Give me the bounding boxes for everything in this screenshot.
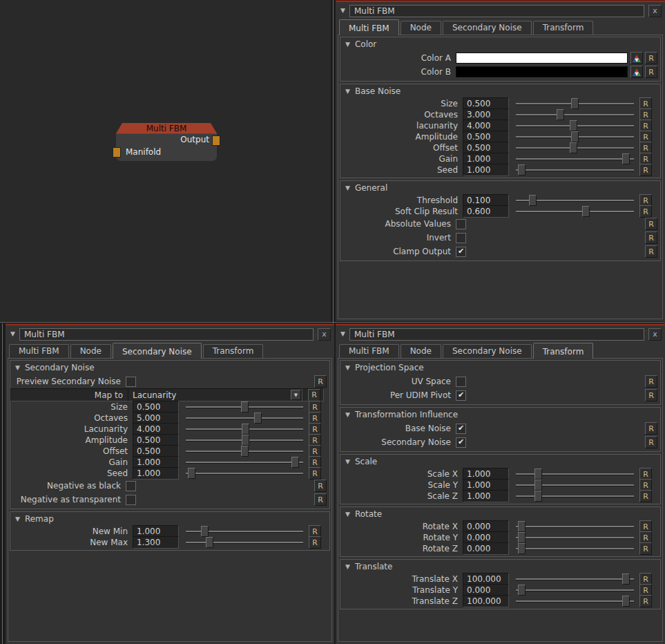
reset-button[interactable]: R xyxy=(645,436,657,448)
slider-handle[interactable] xyxy=(534,491,542,502)
slider-handle[interactable] xyxy=(254,413,262,424)
reset-button[interactable]: R xyxy=(645,52,657,64)
gain-slider[interactable] xyxy=(186,457,303,468)
rotate-z-slider[interactable] xyxy=(516,543,634,554)
panel-title-field[interactable]: Multi FBM xyxy=(19,328,314,341)
slider-handle[interactable] xyxy=(241,446,249,457)
tab-multi-fbm[interactable]: Multi FBM xyxy=(339,344,399,358)
soft-clip-result-slider[interactable] xyxy=(516,206,634,217)
reset-button[interactable]: R xyxy=(639,205,652,218)
slider-handle[interactable] xyxy=(570,120,577,131)
slider-handle[interactable] xyxy=(582,206,590,217)
reset-button[interactable]: R xyxy=(645,66,657,78)
slider-handle[interactable] xyxy=(622,153,630,164)
reset-button[interactable]: R xyxy=(308,389,320,401)
new-max-slider[interactable] xyxy=(186,537,303,548)
tab-secondary-noise[interactable]: Secondary Noise xyxy=(443,344,532,358)
slider-handle[interactable] xyxy=(534,468,542,480)
slider-handle[interactable] xyxy=(571,131,579,142)
offset-slider[interactable] xyxy=(516,142,634,153)
reset-button[interactable]: R xyxy=(645,218,657,230)
seed-slider[interactable] xyxy=(186,468,303,479)
tab-transform[interactable]: Transform xyxy=(533,343,594,359)
collapse-arrow-icon[interactable]: ▼ xyxy=(10,331,15,337)
section-collapse-icon[interactable]: ▼ xyxy=(345,365,350,371)
slider-handle[interactable] xyxy=(571,98,579,109)
reset-button[interactable]: R xyxy=(639,490,652,502)
reset-button[interactable]: R xyxy=(639,595,652,607)
section-collapse-icon[interactable]: ▼ xyxy=(15,365,20,371)
reset-button[interactable]: R xyxy=(309,536,321,549)
reset-button[interactable]: R xyxy=(645,389,657,401)
color-b-swatch[interactable] xyxy=(456,66,628,77)
slider-handle[interactable] xyxy=(534,480,542,491)
new-min-slider[interactable] xyxy=(186,526,303,537)
scale-x-slider[interactable] xyxy=(516,468,634,480)
slider-handle[interactable] xyxy=(518,532,526,543)
map-to-dropdown[interactable]: Lacunarity▼ xyxy=(128,388,302,401)
seed-input[interactable]: 1.000 xyxy=(133,467,179,480)
node-title[interactable]: Multi FBM xyxy=(116,123,217,133)
tab-secondary-noise[interactable]: Secondary Noise xyxy=(443,21,532,35)
translate-y-slider[interactable] xyxy=(516,585,634,596)
section-collapse-icon[interactable]: ▼ xyxy=(345,459,350,465)
offset-slider[interactable] xyxy=(186,446,303,457)
node-graph-canvas[interactable]: Multi FBM Output Manifold xyxy=(0,0,331,322)
slider-handle[interactable] xyxy=(291,457,299,468)
slider-handle[interactable] xyxy=(188,468,195,479)
reset-button[interactable]: R xyxy=(645,375,657,388)
size-slider[interactable] xyxy=(516,98,634,109)
section-collapse-icon[interactable]: ▼ xyxy=(15,516,20,522)
slider-handle[interactable] xyxy=(529,195,537,206)
color-picker-button[interactable] xyxy=(630,52,643,64)
left-edge-splitter[interactable] xyxy=(2,323,3,644)
rotate-z-input[interactable]: 0.000 xyxy=(463,542,509,555)
panel-title-field[interactable]: Multi FBM xyxy=(349,5,644,17)
rotate-y-slider[interactable] xyxy=(516,532,634,543)
tab-transform[interactable]: Transform xyxy=(533,21,594,35)
base-noise-checkbox[interactable]: ✔ xyxy=(456,424,466,434)
slider-handle[interactable] xyxy=(518,164,526,176)
section-collapse-icon[interactable]: ▼ xyxy=(345,412,350,418)
amplitude-slider[interactable] xyxy=(186,435,303,446)
slider-handle[interactable] xyxy=(622,574,630,585)
section-collapse-icon[interactable]: ▼ xyxy=(345,88,350,95)
lacunarity-slider[interactable] xyxy=(186,424,303,435)
preview-secondary-noise-checkbox[interactable] xyxy=(126,377,136,387)
seed-input[interactable]: 1.000 xyxy=(463,164,509,176)
reset-button[interactable]: R xyxy=(645,231,657,244)
color-picker-button[interactable] xyxy=(630,66,643,78)
octaves-slider[interactable] xyxy=(186,413,303,424)
octaves-slider[interactable] xyxy=(516,109,634,120)
slider-handle[interactable] xyxy=(570,142,577,153)
dropdown-arrow-icon[interactable]: ▼ xyxy=(291,390,301,400)
gain-slider[interactable] xyxy=(516,153,634,164)
slider-handle[interactable] xyxy=(206,537,213,548)
reset-button[interactable]: R xyxy=(309,467,321,480)
slider-handle[interactable] xyxy=(518,543,526,554)
tab-node[interactable]: Node xyxy=(401,344,441,358)
slider-handle[interactable] xyxy=(242,435,249,446)
lacunarity-slider[interactable] xyxy=(516,120,634,131)
slider-handle[interactable] xyxy=(622,596,630,607)
section-collapse-icon[interactable]: ▼ xyxy=(345,511,350,518)
per-udim-pivot-checkbox[interactable]: ✔ xyxy=(456,390,466,401)
slider-handle[interactable] xyxy=(241,401,249,413)
size-slider[interactable] xyxy=(186,401,303,413)
node-multi-fbm[interactable]: Multi FBM Output Manifold xyxy=(116,123,217,161)
seed-slider[interactable] xyxy=(516,164,634,176)
tab-multi-fbm[interactable]: Multi FBM xyxy=(9,344,69,358)
new-max-input[interactable]: 1.300 xyxy=(133,536,179,549)
section-collapse-icon[interactable]: ▼ xyxy=(345,41,350,48)
reset-button[interactable]: R xyxy=(314,375,327,388)
translate-z-slider[interactable] xyxy=(516,596,634,607)
panel-title-field[interactable]: Multi FBM xyxy=(349,328,644,341)
output-port[interactable] xyxy=(212,135,220,146)
soft-clip-result-input[interactable]: 0.600 xyxy=(463,205,509,218)
manifold-port[interactable] xyxy=(113,147,121,158)
amplitude-slider[interactable] xyxy=(516,131,634,142)
scale-z-input[interactable]: 1.000 xyxy=(463,490,509,502)
slider-handle[interactable] xyxy=(518,521,526,532)
scale-z-slider[interactable] xyxy=(516,491,634,502)
color-a-swatch[interactable] xyxy=(456,53,628,64)
